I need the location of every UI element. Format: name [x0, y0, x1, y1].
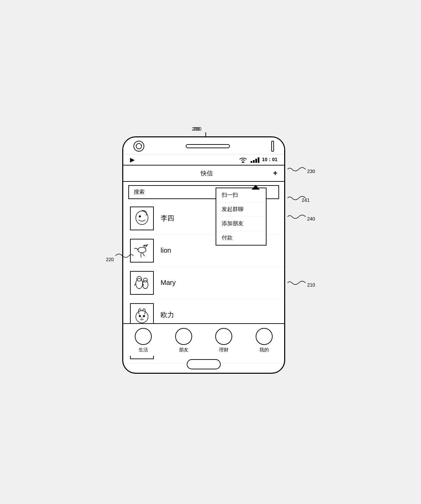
- svg-point-8: [143, 278, 147, 282]
- wavy-line-230: [287, 165, 307, 174]
- contact-name-lisi: 李四: [161, 214, 174, 223]
- wavy-line-241: [287, 194, 307, 202]
- contact-name-ouli: 欧力: [161, 310, 174, 319]
- svg-point-3: [138, 247, 146, 253]
- svg-point-5: [136, 278, 143, 289]
- status-time: 10：01: [262, 157, 277, 163]
- svg-point-9: [136, 311, 148, 323]
- status-bar: ▶: [123, 154, 284, 165]
- nav-tab-finance-icon: [215, 328, 232, 345]
- phone-hardware-bar: [123, 137, 284, 154]
- nav-tab-friends[interactable]: 朋友: [175, 328, 192, 353]
- dropdown-item-scan[interactable]: 扫一扫: [216, 188, 266, 202]
- nav-tab-friends-label: 朋友: [179, 347, 188, 353]
- svg-point-10: [139, 315, 141, 317]
- diagram-label-220: 220: [106, 257, 114, 262]
- diagram-label-200: 200: [192, 126, 200, 132]
- svg-point-4: [143, 245, 145, 247]
- dropdown-item-group-chat[interactable]: 发起群聊: [216, 202, 266, 217]
- power-button: [271, 141, 274, 152]
- wavy-line-220: [114, 252, 134, 260]
- status-icons: 10：01: [238, 156, 277, 163]
- avatar-lisi: [130, 207, 154, 230]
- speaker-bar: [186, 144, 230, 148]
- nav-tab-finance-label: 理财: [219, 347, 228, 353]
- nav-tab-me[interactable]: 我的: [256, 328, 273, 353]
- wavy-line-210: [287, 279, 307, 287]
- contact-item-mary[interactable]: Mary: [123, 267, 284, 299]
- signal-bars-icon: [251, 157, 259, 163]
- nav-tab-life-label: 生活: [139, 347, 148, 353]
- add-button[interactable]: +: [273, 169, 277, 178]
- dropdown-menu: 扫一扫 发起群聊 添加朋友 付款: [216, 188, 267, 246]
- nav-tab-finance[interactable]: 理财: [215, 328, 232, 353]
- nav-tab-life-icon: [135, 328, 152, 345]
- wifi-icon: [238, 156, 248, 163]
- home-button[interactable]: [187, 359, 221, 369]
- nav-tab-me-label: 我的: [259, 347, 269, 353]
- contact-name-mary: Mary: [161, 279, 176, 287]
- app-header: 快信 +: [123, 165, 284, 182]
- nav-tab-life[interactable]: 生活: [135, 328, 152, 353]
- bottom-nav: 生活 朋友 理财 我的: [123, 323, 284, 356]
- svg-point-2: [139, 215, 141, 217]
- diagram-label-230: 230: [307, 169, 315, 174]
- dropdown-triangle: [252, 185, 260, 190]
- diagram-label-210: 210: [307, 282, 315, 288]
- camera-icon: [133, 141, 144, 152]
- dropdown-item-payment[interactable]: 付款: [216, 231, 266, 245]
- nav-tab-friends-icon: [175, 328, 192, 345]
- wavy-line-240: [287, 213, 307, 221]
- app-title: 快信: [140, 169, 273, 177]
- nav-tab-me-icon: [256, 328, 273, 345]
- contact-name-lion: lion: [161, 247, 171, 254]
- dropdown-item-add-friend[interactable]: 添加朋友: [216, 217, 266, 231]
- nav-tabs: 生活 朋友 理财 我的: [123, 328, 284, 353]
- avatar-mary: [130, 271, 154, 295]
- page-wrapper: 200 ▶: [105, 126, 316, 378]
- phone-shell: ▶: [122, 136, 285, 374]
- navigation-arrow-icon: ▶: [130, 156, 135, 163]
- diagram-label-240: 240: [307, 216, 315, 221]
- svg-point-11: [143, 315, 145, 317]
